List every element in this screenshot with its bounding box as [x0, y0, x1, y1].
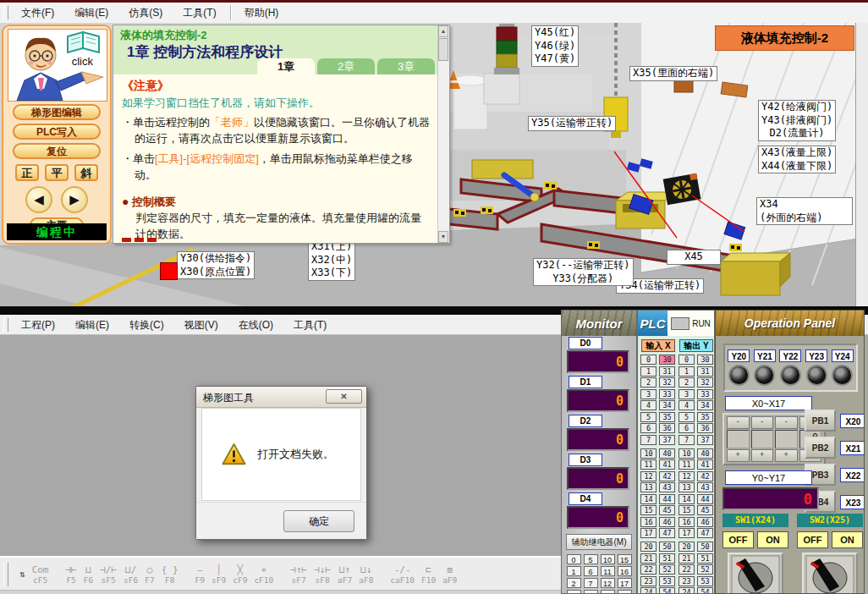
device-1[interactable]: 1 — [640, 366, 656, 377]
digit-decrement-button[interactable]: - — [775, 416, 798, 429]
device-7[interactable]: 7 — [640, 435, 656, 445]
scroll-thumb[interactable] — [438, 38, 448, 61]
push-button-PB1[interactable]: PB1 — [805, 410, 836, 432]
device-37[interactable]: 37 — [659, 435, 675, 445]
device-36[interactable]: 36 — [697, 423, 713, 433]
device-33[interactable]: 33 — [659, 389, 675, 399]
device-50[interactable]: 50 — [697, 542, 713, 552]
m-relay-15[interactable]: 15 — [618, 554, 632, 564]
m-relay-6[interactable]: 6 — [584, 566, 598, 576]
toolbar-cF9-button[interactable]: ╳cF9 — [233, 565, 247, 585]
device-42[interactable]: 42 — [659, 471, 675, 481]
m-relay-0[interactable]: 0 — [567, 554, 581, 564]
reset-button[interactable]: 复位 — [13, 143, 101, 159]
digit-increment-button[interactable]: + — [727, 449, 750, 462]
toolbar-F9-button[interactable]: —F9 — [195, 565, 205, 585]
device-30[interactable]: 30 — [697, 355, 713, 365]
device-17[interactable]: 17 — [640, 528, 656, 538]
device-47[interactable]: 47 — [659, 528, 675, 538]
device-54[interactable]: 54 — [697, 587, 713, 594]
m-relay-7[interactable]: 7 — [584, 578, 598, 588]
device-1[interactable]: 1 — [678, 366, 695, 377]
lesson-tab-1[interactable]: 1章 — [257, 58, 315, 74]
rotary-knob-icon[interactable] — [728, 553, 783, 594]
angle-button-2[interactable]: 平 — [45, 164, 69, 181]
device-50[interactable]: 50 — [659, 542, 675, 552]
toolbar-cF5-button[interactable]: ComcF5 — [32, 565, 49, 585]
device-11[interactable]: 11 — [640, 459, 656, 470]
device-4[interactable]: 4 — [640, 400, 656, 410]
m-relay-13[interactable]: 13 — [601, 590, 615, 594]
toolbar-aF9-button[interactable]: ⊠aF9 — [442, 565, 457, 585]
app-menu-item-4[interactable]: 工具(T) — [173, 3, 226, 23]
toolbar-mode-button[interactable]: ⇅ — [19, 569, 25, 580]
ladder-menu-item-1[interactable]: 工程(P) — [11, 316, 65, 335]
device-23[interactable]: 23 — [640, 576, 656, 586]
device-54[interactable]: 54 — [659, 587, 675, 594]
device-41[interactable]: 41 — [697, 459, 713, 470]
device-15[interactable]: 15 — [640, 505, 656, 515]
toolbar-aF7-button[interactable]: ⊔↑aF7 — [338, 565, 352, 585]
device-36[interactable]: 36 — [659, 423, 675, 433]
device-20[interactable]: 20 — [678, 542, 695, 552]
toolbar-sF8-button[interactable]: ⊣↓⊢sF8 — [314, 565, 331, 585]
device-2[interactable]: 2 — [640, 377, 656, 388]
device-0[interactable]: 0 — [678, 355, 695, 365]
device-43[interactable]: 43 — [697, 482, 713, 492]
device-52[interactable]: 52 — [697, 564, 713, 575]
device-13[interactable]: 13 — [678, 482, 695, 492]
device-37[interactable]: 37 — [697, 435, 713, 445]
device-11[interactable]: 11 — [678, 459, 695, 470]
device-4[interactable]: 4 — [678, 400, 695, 410]
lesson-tab-2[interactable]: 2章 — [317, 58, 375, 74]
scroll-down-icon[interactable]: ▼ — [438, 231, 448, 243]
device-22[interactable]: 22 — [640, 564, 656, 575]
toolbar-sF9-button[interactable]: │sF9 — [212, 565, 226, 585]
menubar-grip[interactable] — [3, 6, 8, 19]
ladder-toolbar-grip[interactable] — [3, 563, 8, 586]
toolbar-F7-button[interactable]: ○F7 — [145, 565, 154, 585]
device-46[interactable]: 46 — [697, 517, 713, 527]
toolbar-caF10-button[interactable]: -/-caF10 — [390, 565, 415, 585]
device-14[interactable]: 14 — [640, 494, 656, 504]
device-24[interactable]: 24 — [640, 587, 656, 594]
device-6[interactable]: 6 — [640, 423, 656, 433]
aux-relay-button[interactable]: 辅助继电器(M) — [566, 534, 632, 550]
toolbar-F6-button[interactable]: ⊔F6 — [84, 565, 93, 585]
close-icon[interactable]: ✕ — [326, 389, 362, 404]
m-relay-5[interactable]: 5 — [584, 554, 598, 564]
device-51[interactable]: 51 — [697, 553, 713, 564]
device-22[interactable]: 22 — [678, 564, 695, 575]
toolbar-sF6-button[interactable]: ⊔/sF6 — [124, 565, 138, 585]
angle-button-3[interactable]: 斜 — [74, 164, 98, 181]
device-5[interactable]: 5 — [678, 412, 695, 422]
ladder-menu-item-5[interactable]: 在线(O) — [228, 316, 283, 335]
digit-increment-button[interactable]: + — [751, 449, 774, 462]
push-button-PB2[interactable]: PB2 — [805, 437, 836, 459]
teacher-avatar[interactable]: click — [8, 29, 107, 102]
device-40[interactable]: 40 — [697, 448, 713, 459]
ladder-menubar-grip[interactable] — [3, 318, 8, 332]
ladder-menu-item-3[interactable]: 转换(C) — [119, 316, 174, 335]
m-relay-17[interactable]: 17 — [618, 578, 632, 588]
m-relay-12[interactable]: 12 — [601, 578, 615, 588]
device-13[interactable]: 13 — [640, 482, 656, 492]
device-14[interactable]: 14 — [678, 494, 695, 504]
angle-button-1[interactable]: 正 — [15, 164, 39, 181]
m-relay-8[interactable]: 8 — [584, 590, 598, 594]
digit-decrement-button[interactable]: - — [727, 416, 750, 429]
device-17[interactable]: 17 — [678, 528, 695, 538]
app-menu-item-5[interactable]: 帮助(H) — [234, 3, 289, 23]
device-21[interactable]: 21 — [678, 553, 695, 564]
plc-write-button[interactable]: PLC写入 — [13, 124, 101, 140]
device-10[interactable]: 10 — [640, 448, 656, 459]
device-44[interactable]: 44 — [659, 494, 675, 504]
device-53[interactable]: 53 — [697, 576, 713, 586]
device-47[interactable]: 47 — [697, 528, 713, 538]
lesson-scrollbar[interactable]: ▲ ▼ — [437, 25, 449, 243]
toolbar-aF8-button[interactable]: ⊔↓aF8 — [359, 565, 373, 585]
device-0[interactable]: 0 — [640, 355, 656, 365]
device-16[interactable]: 16 — [678, 517, 695, 527]
toolbar-sF7-button[interactable]: ⊣↑⊢sF7 — [290, 565, 307, 585]
device-45[interactable]: 45 — [697, 505, 713, 515]
